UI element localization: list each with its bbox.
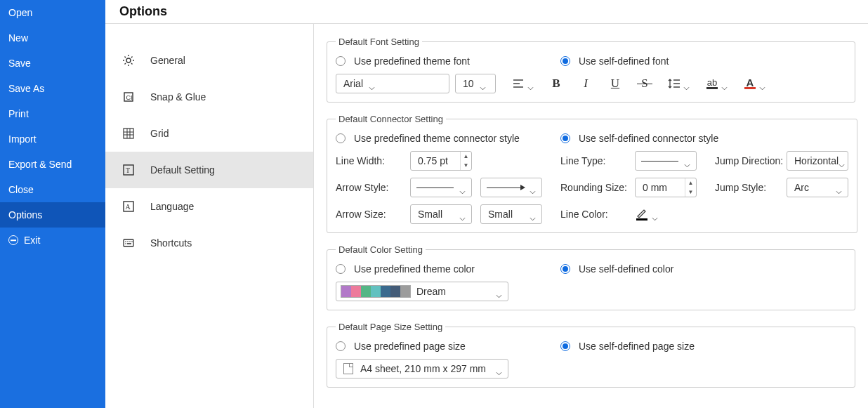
spinner-up-icon[interactable]: ▲: [461, 152, 471, 161]
highlight-icon: ab: [705, 77, 719, 91]
radio-self-defined-font[interactable]: Use self-defined font: [560, 55, 669, 67]
default-page-size-setting-group: Default Page Size Setting Use predefined…: [327, 322, 855, 388]
radio-self-defined-color[interactable]: Use self-defined color: [560, 263, 673, 275]
settings-panel: Default Font Setting Use predefined them…: [314, 24, 868, 408]
tab-default-setting[interactable]: TDefault Setting: [105, 152, 313, 188]
label: Open: [8, 7, 32, 18]
jump-style-select[interactable]: Arc: [787, 178, 848, 197]
color-theme-select[interactable]: Dream: [336, 282, 508, 301]
label: Save As: [8, 83, 44, 94]
label: Grid: [150, 128, 169, 139]
file-menu-item-save[interactable]: Save: [0, 51, 105, 76]
chevron-down-icon: [527, 81, 534, 86]
pen-icon: [635, 208, 649, 221]
spinner-down-icon[interactable]: ▼: [461, 161, 471, 170]
label: Use self-defined color: [579, 263, 673, 275]
rounding-size-label: Rounding Size:: [560, 182, 635, 193]
label: Snap & Glue: [150, 91, 206, 103]
line-color-button[interactable]: [635, 208, 658, 221]
line-type-label: Line Type:: [560, 155, 635, 166]
file-menu-item-options[interactable]: Options: [0, 202, 105, 228]
jump-direction-select[interactable]: Horizontal: [787, 151, 848, 171]
page-size-select[interactable]: A4 sheet, 210 mm x 297 mm: [336, 359, 508, 379]
font-size-select[interactable]: 10: [455, 74, 496, 93]
arrow-style-end-select[interactable]: [480, 178, 542, 197]
chevron-down-icon: [759, 81, 765, 86]
rounding-size-input[interactable]: 0 mm ▲ ▼: [635, 178, 697, 197]
arrow-size-end-select[interactable]: Small: [480, 204, 542, 224]
label: Use self-defined connector style: [579, 133, 718, 144]
radio-self-defined-page-size[interactable]: Use self-defined page size: [560, 341, 695, 352]
chevron-down-icon: [530, 212, 536, 216]
font-name-select[interactable]: Arial: [336, 74, 449, 93]
spinner-down-icon[interactable]: ▼: [685, 187, 696, 197]
label: Default Setting: [150, 164, 215, 176]
svg-text:A: A: [126, 203, 131, 211]
svg-rect-3: [124, 129, 133, 138]
group-legend-color: Default Color Setting: [336, 244, 426, 255]
highlight-color-button[interactable]: ab: [705, 77, 728, 91]
label: Import: [8, 133, 37, 145]
line-type-select[interactable]: [635, 151, 697, 171]
exit-icon: [8, 235, 18, 245]
radio-predefined-page-size[interactable]: Use predefined page size: [336, 341, 560, 352]
arrow-size-begin-select[interactable]: Small: [410, 204, 472, 224]
label: Print: [8, 108, 29, 119]
file-menu-item-exit[interactable]: Exit: [0, 228, 105, 253]
arrow-style-begin-select[interactable]: [410, 178, 472, 197]
file-menu-item-save-as[interactable]: Save As: [0, 76, 105, 101]
radio-predefined-connector[interactable]: Use predefined theme connector style: [336, 133, 560, 144]
radio-predefined-color[interactable]: Use predefined theme color: [336, 263, 560, 275]
strikethrough-button[interactable]: S: [638, 77, 652, 91]
italic-button[interactable]: I: [579, 77, 593, 91]
font-color-button[interactable]: A: [743, 77, 765, 91]
arrow-line-icon: [487, 187, 524, 188]
line-spacing-button[interactable]: [667, 77, 690, 91]
arrow-style-label: Arrow Style:: [336, 182, 410, 193]
label: General: [150, 55, 185, 66]
value: 0.75 pt: [418, 155, 448, 166]
chevron-down-icon: [369, 81, 375, 86]
file-menu-item-import[interactable]: Import: [0, 126, 105, 152]
file-menu-item-export-send[interactable]: Export & Send: [0, 152, 105, 177]
value: Dream: [416, 286, 446, 297]
chevron-down-icon: [652, 212, 658, 216]
svg-point-14: [127, 241, 129, 242]
tab-shortcuts[interactable]: Shortcuts: [105, 225, 313, 261]
svg-rect-12: [124, 239, 133, 246]
tab-general[interactable]: General: [105, 42, 313, 79]
svg-point-16: [131, 241, 133, 242]
language-icon: A: [122, 200, 135, 213]
text-align-button[interactable]: [511, 77, 534, 91]
general-icon: [122, 54, 135, 67]
bold-button[interactable]: B: [549, 77, 563, 91]
label: New: [8, 32, 28, 44]
tab-snap-glue[interactable]: CISnap & Glue: [105, 79, 313, 115]
radio-predefined-theme-font[interactable]: Use predefined theme font: [336, 55, 560, 67]
main-area: Options GeneralCISnap & GlueGridTDefault…: [105, 0, 868, 408]
label: Use predefined theme font: [354, 55, 470, 67]
default-connector-setting-group: Default Connector Setting Use predefined…: [327, 114, 857, 233]
line-sample-icon: [641, 161, 678, 162]
chevron-down-icon: [480, 81, 486, 86]
value: Arc: [794, 182, 809, 193]
file-menu-item-new[interactable]: New: [0, 25, 105, 51]
page-icon: [343, 363, 353, 374]
file-menu-item-close[interactable]: Close: [0, 177, 105, 202]
file-menu-item-print[interactable]: Print: [0, 101, 105, 126]
svg-point-13: [125, 241, 126, 242]
label: Close: [8, 184, 34, 195]
spinner-up-icon[interactable]: ▲: [685, 178, 696, 187]
label: Options: [8, 209, 42, 221]
value: 10: [463, 78, 474, 89]
file-menu-item-open[interactable]: Open: [0, 0, 105, 25]
tab-grid[interactable]: Grid: [105, 115, 313, 152]
tab-language[interactable]: ALanguage: [105, 188, 313, 225]
snap-glue-icon: CI: [122, 91, 135, 103]
line-width-input[interactable]: 0.75 pt ▲ ▼: [410, 151, 472, 171]
align-icon: [511, 77, 525, 91]
radio-self-defined-connector[interactable]: Use self-defined connector style: [560, 133, 718, 144]
value: A4 sheet, 210 mm x 297 mm: [360, 363, 486, 374]
jump-style-label: Jump Style:: [715, 182, 787, 193]
underline-button[interactable]: U: [608, 77, 622, 91]
